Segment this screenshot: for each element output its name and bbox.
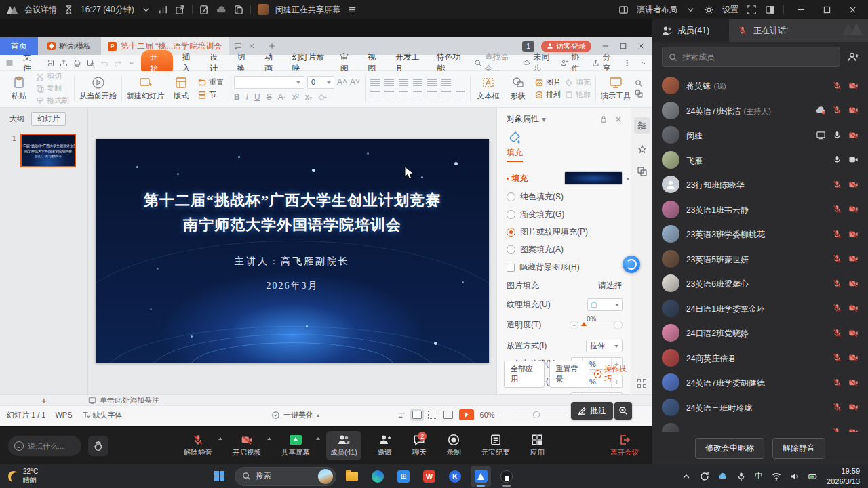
section-button[interactable]: 节: [198, 89, 224, 100]
comment-icon[interactable]: [234, 42, 242, 50]
member-row[interactable]: 23英语6班梁馨心: [652, 271, 868, 296]
ime-indicator[interactable]: 中: [755, 470, 763, 482]
mic-icon[interactable]: [832, 352, 842, 363]
grid-view-icon[interactable]: [637, 379, 646, 388]
camera-icon[interactable]: [848, 303, 859, 313]
arrange-button[interactable]: 排列: [535, 89, 561, 100]
hide-background-checkbox[interactable]: 隐藏背景图形(H): [507, 262, 623, 273]
battery-icon[interactable]: [808, 472, 818, 481]
member-row[interactable]: 闵婕: [652, 123, 868, 148]
copy-button[interactable]: 复制: [36, 83, 69, 94]
mic-icon[interactable]: [832, 328, 842, 338]
transparency-slider[interactable]: − 0% +: [570, 321, 623, 329]
chat-button[interactable]: 2 聊天: [408, 431, 431, 460]
camera-icon[interactable]: [848, 328, 859, 338]
columns-button[interactable]: [441, 91, 451, 98]
unmute-button[interactable]: 解除静音: [180, 431, 216, 460]
member-search-input[interactable]: [682, 52, 833, 62]
member-row[interactable]: 24商英庄倍君: [652, 346, 868, 371]
mic-icon[interactable]: [832, 180, 842, 190]
member-row[interactable]: [652, 420, 868, 432]
notes-toggle-icon[interactable]: [397, 411, 406, 420]
distribute-button[interactable]: [427, 91, 437, 98]
menu-icon[interactable]: [347, 5, 357, 15]
print-preview-icon[interactable]: [87, 58, 95, 68]
settings-button[interactable]: 设置: [722, 4, 738, 16]
properties-rail-button[interactable]: [634, 117, 650, 134]
camera-icon[interactable]: [848, 130, 859, 140]
taskbar-meeting[interactable]: [471, 466, 491, 487]
taskbar-search-box[interactable]: 搜索: [235, 467, 336, 486]
camera-icon[interactable]: [848, 378, 859, 388]
add-member-icon[interactable]: [847, 52, 859, 63]
mic-icon[interactable]: [832, 253, 842, 264]
missing-font-warning[interactable]: 缺失字体: [82, 410, 123, 420]
justify-button[interactable]: [413, 91, 422, 98]
slide-sorter-button[interactable]: [428, 411, 437, 419]
member-row[interactable]: 24英语7班学委胡健德: [652, 370, 868, 395]
open-external-icon[interactable]: [175, 5, 185, 15]
doc-edit-icon[interactable]: [199, 5, 210, 15]
member-list[interactable]: 蒋英铢 (我) 24英语7班张洁 (主持人): [652, 72, 868, 432]
close-button[interactable]: [844, 3, 861, 16]
notes-placeholder[interactable]: 单击此处添加备注: [88, 395, 159, 405]
hamburger-icon[interactable]: [5, 58, 14, 68]
members-button[interactable]: 成员(41): [326, 431, 361, 460]
member-row[interactable]: 23英语3班学委柳桃花: [652, 222, 868, 247]
align-right-button[interactable]: [399, 91, 408, 98]
text-direction-button[interactable]: [441, 79, 451, 86]
camera-icon[interactable]: [848, 427, 859, 432]
reading-view-button[interactable]: [443, 411, 453, 419]
start-video-button[interactable]: 开启视频: [229, 431, 265, 460]
mic-icon[interactable]: [832, 378, 842, 388]
share-screen-button[interactable]: 共享屏幕: [277, 431, 314, 460]
quick-chat-input[interactable]: [28, 442, 75, 450]
taskbar-wps[interactable]: W: [419, 466, 439, 487]
tray-expand-icon[interactable]: [682, 472, 691, 481]
tips-link[interactable]: 操作技巧: [594, 364, 631, 384]
fill-tab[interactable]: 填充: [507, 130, 623, 162]
play-from-current-button[interactable]: 从当前开始: [79, 76, 117, 101]
fill-preview-swatch[interactable]: [564, 171, 623, 185]
format-painter-button[interactable]: 格式刷: [36, 96, 69, 106]
more-icon[interactable]: [623, 58, 631, 68]
weather-widget[interactable]: 22°C晴朗: [0, 468, 46, 485]
apps-button[interactable]: 应用: [526, 431, 549, 460]
tab-templates[interactable]: 稻壳模板: [38, 37, 101, 55]
text-effect-button[interactable]: ◇·: [318, 92, 327, 102]
mic-icon[interactable]: [832, 303, 842, 313]
mic-tray-icon[interactable]: [736, 472, 746, 481]
share-options-chevron[interactable]: [316, 437, 320, 440]
slide-canvas[interactable]: 第十二届“挑战杯”广西大学生创业计划竞赛 南宁师范大学外国语学院培训会 主讲人：…: [88, 108, 496, 394]
underline-button[interactable]: U: [254, 92, 260, 102]
effects-rail-button[interactable]: [637, 144, 648, 155]
add-slide-button[interactable]: +: [0, 394, 88, 406]
member-row[interactable]: 蒋英铢 (我): [652, 73, 868, 98]
font-family-select[interactable]: [234, 76, 304, 89]
paste-button[interactable]: 粘贴: [6, 76, 32, 101]
magnifier-button[interactable]: [614, 402, 632, 420]
print-icon[interactable]: [73, 58, 81, 68]
cloud-tray-icon[interactable]: [718, 472, 728, 481]
taskbar-docs[interactable]: K: [445, 466, 465, 487]
collapse-ribbon-icon[interactable]: [639, 58, 647, 68]
camera-icon[interactable]: [848, 229, 859, 239]
presentation-tools-button[interactable]: 演示工具: [601, 76, 631, 101]
align-center-button[interactable]: [384, 91, 394, 98]
member-row[interactable]: 23英语1班韦云静: [652, 197, 868, 222]
fullscreen-icon[interactable]: [747, 5, 757, 15]
volume-icon[interactable]: [790, 472, 800, 481]
picture-button[interactable]: 图片: [535, 77, 561, 87]
video-options-chevron[interactable]: [267, 437, 271, 440]
taskbar-clock[interactable]: 19:592026/3/13: [827, 466, 860, 486]
tab-outline[interactable]: 大纲: [7, 113, 27, 125]
member-row[interactable]: 23英语5班蒙世妍: [652, 247, 868, 272]
mic-options-chevron[interactable]: [218, 437, 222, 440]
decrease-indent-button[interactable]: [399, 79, 408, 86]
zoom-slider-knob[interactable]: [533, 411, 540, 418]
font-size-select[interactable]: 0: [307, 76, 334, 89]
member-row[interactable]: 24日语1班学委覃金环: [652, 296, 868, 321]
mic-icon[interactable]: [832, 105, 842, 115]
subscript-button[interactable]: x₂: [305, 92, 313, 102]
speaker-layout-button[interactable]: 演讲者布局: [637, 4, 677, 16]
